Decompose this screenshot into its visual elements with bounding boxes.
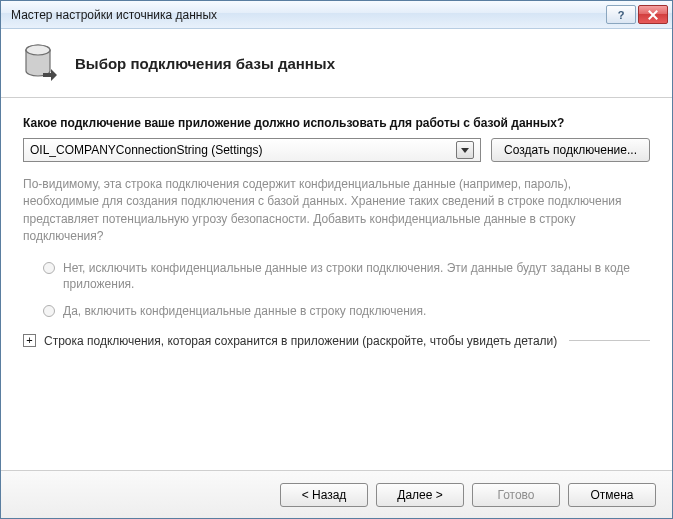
help-button[interactable]: ? bbox=[606, 5, 636, 24]
sensitive-data-radio-group: Нет, исключить конфиденциальные данные и… bbox=[43, 260, 650, 320]
wizard-footer: < Назад Далее > Готово Отмена bbox=[1, 470, 672, 518]
radio-exclude-row: Нет, исключить конфиденциальные данные и… bbox=[43, 260, 650, 294]
dropdown-arrow-button[interactable] bbox=[456, 141, 474, 159]
back-button[interactable]: < Назад bbox=[280, 483, 368, 507]
next-button[interactable]: Далее > bbox=[376, 483, 464, 507]
expander-divider bbox=[569, 340, 650, 341]
radio-exclude[interactable] bbox=[43, 262, 55, 274]
plus-icon: + bbox=[26, 335, 32, 346]
finish-label: Готово bbox=[497, 488, 534, 502]
svg-point-1 bbox=[26, 45, 50, 55]
wizard-content: Какое подключение ваше приложение должно… bbox=[1, 98, 672, 470]
expander-toggle[interactable]: + bbox=[23, 334, 36, 347]
database-icon bbox=[23, 43, 59, 83]
help-icon: ? bbox=[618, 9, 625, 21]
connection-question: Какое подключение ваше приложение должно… bbox=[23, 116, 650, 130]
titlebar-buttons: ? bbox=[606, 5, 668, 24]
connection-dropdown[interactable]: OIL_COMPANYConnectionString (Settings) bbox=[23, 138, 481, 162]
radio-include-row: Да, включить конфиденциальные данные в с… bbox=[43, 303, 650, 320]
cancel-label: Отмена bbox=[590, 488, 633, 502]
chevron-down-icon bbox=[461, 148, 469, 153]
finish-button: Готово bbox=[472, 483, 560, 507]
next-label: Далее > bbox=[397, 488, 443, 502]
connection-row: OIL_COMPANYConnectionString (Settings) С… bbox=[23, 138, 650, 162]
security-info-text: По-видимому, эта строка подключения соде… bbox=[23, 176, 650, 246]
page-title: Выбор подключения базы данных bbox=[75, 55, 335, 72]
radio-include-label: Да, включить конфиденциальные данные в с… bbox=[63, 303, 426, 320]
radio-exclude-label: Нет, исключить конфиденциальные данные и… bbox=[63, 260, 650, 294]
connection-dropdown-value: OIL_COMPANYConnectionString (Settings) bbox=[30, 143, 456, 157]
wizard-window: Мастер настройки источника данных ? Выбо… bbox=[0, 0, 673, 519]
close-icon bbox=[648, 10, 658, 20]
new-connection-label: Создать подключение... bbox=[504, 143, 637, 157]
new-connection-button[interactable]: Создать подключение... bbox=[491, 138, 650, 162]
close-button[interactable] bbox=[638, 5, 668, 24]
titlebar: Мастер настройки источника данных ? bbox=[1, 1, 672, 29]
cancel-button[interactable]: Отмена bbox=[568, 483, 656, 507]
back-label: < Назад bbox=[302, 488, 347, 502]
radio-include[interactable] bbox=[43, 305, 55, 317]
expander-label: Строка подключения, которая сохранится в… bbox=[44, 334, 557, 348]
connection-string-expander: + Строка подключения, которая сохранится… bbox=[23, 334, 650, 348]
wizard-header: Выбор подключения базы данных bbox=[1, 29, 672, 98]
window-title: Мастер настройки источника данных bbox=[11, 8, 606, 22]
